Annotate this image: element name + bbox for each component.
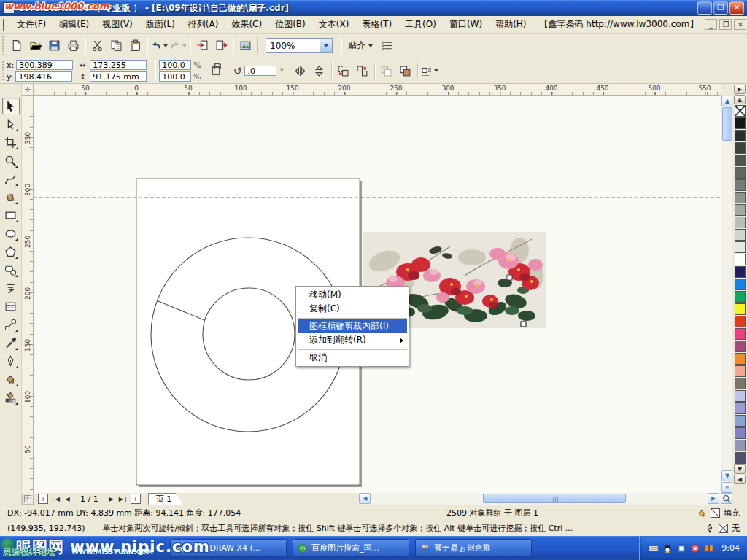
- text-tool[interactable]: [2, 280, 20, 297]
- flyout-indicator-icon[interactable]: [15, 165, 18, 168]
- snap-dropdown-icon[interactable]: [368, 44, 373, 47]
- last-page-button[interactable]: ▶❘: [118, 494, 129, 504]
- toolbar-button[interactable]: [82, 36, 88, 55]
- crop-tool[interactable]: [2, 134, 20, 151]
- color-swatch[interactable]: [735, 229, 746, 241]
- menu-effects[interactable]: 效果(C): [225, 16, 268, 33]
- page-flip-button[interactable]: ≡: [721, 482, 733, 493]
- propbar-button[interactable]: [329, 61, 334, 80]
- fill-color-indicator[interactable]: [711, 508, 720, 518]
- smart-fill-tool[interactable]: [2, 189, 20, 206]
- zoom-level-combo[interactable]: 100%: [266, 38, 333, 53]
- color-swatch[interactable]: [735, 365, 746, 377]
- scale-v-field[interactable]: 100.0: [159, 71, 191, 82]
- antivirus-tray-icon[interactable]: [690, 543, 700, 553]
- flyout-indicator-icon[interactable]: [15, 147, 18, 149]
- color-swatch[interactable]: [735, 279, 746, 290]
- qq-tray-icon[interactable]: [662, 543, 673, 553]
- menu-file[interactable]: 文件(F): [10, 16, 53, 33]
- snap-to-button[interactable]: 贴齐: [344, 37, 377, 54]
- color-swatch[interactable]: [735, 167, 746, 179]
- interactive-fill-tool[interactable]: [2, 389, 20, 406]
- flyout-indicator-icon[interactable]: [15, 347, 18, 350]
- menu-plugin-xinzi[interactable]: 【鑫字条码 http://www.lw3000.com】: [533, 16, 705, 33]
- propbar-grip[interactable]: [1, 61, 5, 81]
- color-swatch[interactable]: [735, 341, 746, 352]
- toolbar-button[interactable]: [144, 36, 150, 55]
- flyout-indicator-icon[interactable]: [15, 274, 18, 277]
- toolbar-button[interactable]: [187, 36, 193, 55]
- rectangle-tool[interactable]: [2, 207, 20, 224]
- mirror-vertical-button[interactable]: [310, 61, 329, 80]
- interactive-blend-tool[interactable]: [2, 316, 20, 333]
- redo-button[interactable]: [169, 36, 187, 55]
- export-button[interactable]: [212, 36, 231, 55]
- flyout-indicator-icon[interactable]: [15, 128, 18, 131]
- import-button[interactable]: [193, 36, 212, 55]
- context-item-move[interactable]: 移动(M): [298, 288, 407, 302]
- navigator-button[interactable]: [721, 493, 732, 504]
- new-button[interactable]: [7, 36, 26, 55]
- doc-restore-button[interactable]: ❐: [719, 19, 732, 30]
- color-swatch[interactable]: [735, 415, 746, 427]
- menu-bitmaps[interactable]: 位图(B): [268, 16, 312, 33]
- paste-button[interactable]: [125, 36, 144, 55]
- flyout-indicator-icon[interactable]: [15, 238, 18, 241]
- menu-help[interactable]: 帮助(H): [489, 16, 533, 33]
- propbar-button[interactable]: [372, 61, 377, 80]
- eyedropper-tool[interactable]: [2, 335, 20, 351]
- rotation-angle-field[interactable]: .0: [244, 66, 276, 76]
- color-swatch[interactable]: [735, 390, 746, 402]
- no-color-swatch[interactable]: [735, 105, 746, 117]
- propbar-button[interactable]: [415, 61, 420, 80]
- palette-expand-button[interactable]: ◀: [734, 475, 746, 484]
- back-one-button[interactable]: [377, 61, 396, 80]
- vertical-scrollbar[interactable]: ▲ ▼ ≡: [721, 96, 732, 493]
- menu-window[interactable]: 窗口(W): [443, 16, 489, 33]
- save-button[interactable]: [44, 36, 63, 55]
- color-swatch[interactable]: [735, 328, 746, 340]
- clock[interactable]: 9:04: [721, 543, 740, 553]
- mirror-horizontal-button[interactable]: [291, 61, 310, 80]
- copy-button[interactable]: [107, 36, 125, 55]
- flyout-indicator-icon[interactable]: [15, 402, 18, 405]
- freehand-tool[interactable]: [2, 171, 20, 187]
- cut-button[interactable]: [88, 36, 107, 55]
- ellipse-tool[interactable]: [2, 225, 20, 242]
- open-button[interactable]: [26, 36, 44, 55]
- scale-lock-icon[interactable]: [212, 66, 220, 75]
- color-swatch[interactable]: [735, 402, 746, 414]
- selection-handle[interactable]: [521, 322, 526, 327]
- page-sorter-button[interactable]: [22, 494, 34, 505]
- restore-button[interactable]: ❐: [713, 1, 728, 15]
- options-button[interactable]: [377, 36, 396, 55]
- taskbar-button-qq-group[interactable]: 寳ナ贔ぉ创意群: [415, 539, 532, 557]
- ruler-origin-icon[interactable]: ✛: [22, 84, 34, 96]
- menu-tools[interactable]: 工具(O): [398, 16, 443, 33]
- flyout-indicator-icon[interactable]: [15, 256, 18, 259]
- scroll-down-button[interactable]: ▼: [721, 470, 733, 481]
- color-swatch[interactable]: [735, 179, 746, 191]
- zoom-combo-chevron-icon[interactable]: [320, 39, 332, 52]
- fill-tool[interactable]: [2, 371, 20, 388]
- menu-layout[interactable]: 版面(L): [139, 16, 182, 33]
- color-swatch[interactable]: [735, 353, 746, 365]
- scale-h-field[interactable]: 100.0: [159, 60, 191, 70]
- doc-minimize-button[interactable]: _: [705, 19, 717, 30]
- color-swatch[interactable]: [735, 241, 746, 253]
- palette-scroll-down-button[interactable]: ▼: [734, 464, 746, 474]
- y-position-field[interactable]: 198.416 mm: [15, 71, 72, 82]
- menu-view[interactable]: 视图(V): [96, 16, 139, 33]
- horizontal-scroll-thumb[interactable]: [483, 494, 626, 503]
- color-swatch[interactable]: [735, 452, 746, 464]
- context-item-cancel[interactable]: 取消: [298, 351, 407, 365]
- object-height-field[interactable]: 91.175 mm: [90, 71, 147, 82]
- outline-pen-tool[interactable]: [2, 353, 20, 370]
- color-swatch[interactable]: [735, 204, 746, 216]
- flyout-indicator-icon[interactable]: [15, 365, 18, 368]
- color-swatch[interactable]: [735, 142, 746, 154]
- combine-button[interactable]: [334, 61, 353, 80]
- shape-tool[interactable]: [2, 116, 20, 133]
- flyout-indicator-icon[interactable]: [15, 329, 18, 332]
- color-swatch[interactable]: [735, 130, 746, 141]
